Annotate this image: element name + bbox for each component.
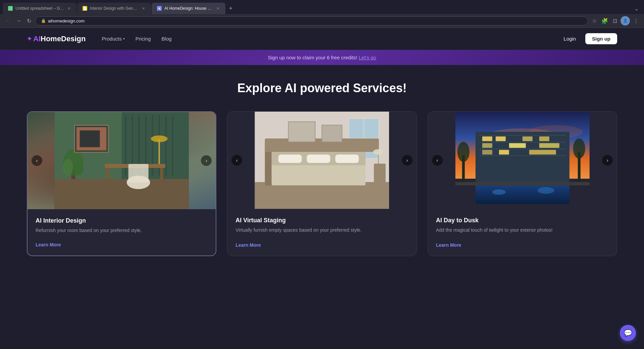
svg-rect-36 (335, 155, 359, 163)
new-tab-button[interactable]: + (226, 4, 235, 13)
card-image-staging: ‹ › (227, 112, 416, 209)
svg-rect-31 (255, 182, 389, 209)
staging-svg (227, 112, 416, 209)
svg-rect-59 (482, 150, 492, 155)
logo-rest: HomeDesign (41, 35, 86, 43)
svg-point-41 (373, 149, 383, 155)
forward-button[interactable]: → (15, 16, 23, 25)
svg-rect-48 (479, 135, 566, 136)
svg-point-18 (151, 135, 168, 142)
svg-rect-61 (529, 150, 556, 155)
browser-tab-3[interactable]: ★ AI HomeDesign: House Desig... × (152, 3, 225, 14)
main-nav: Products ▾ Pricing Blog (102, 36, 558, 42)
svg-point-65 (492, 189, 505, 195)
profile-avatar[interactable]: 👤 (621, 16, 630, 25)
svg-rect-55 (539, 136, 549, 141)
chat-icon: 💬 (624, 329, 632, 337)
header-actions: Login Sign up (558, 33, 617, 44)
tab-title-1: Untitled spreadsheet – Goo... (15, 6, 64, 11)
svg-rect-54 (522, 136, 532, 141)
menu-button[interactable]: ⋮ (632, 16, 640, 25)
products-chevron-icon: ▾ (123, 37, 125, 41)
learn-more-dusk[interactable]: Learn More (436, 242, 609, 248)
card-body-staging: AI Virtual Staging Virtually furnish emp… (227, 209, 416, 256)
interior-next-button[interactable]: › (201, 155, 212, 166)
tab-close-1[interactable]: × (67, 5, 71, 11)
svg-rect-50 (479, 149, 566, 149)
svg-point-70 (573, 138, 585, 159)
tab-overflow-button[interactable]: ⌄ (632, 4, 641, 13)
tab-close-3[interactable]: × (216, 5, 220, 11)
svg-rect-60 (499, 150, 509, 155)
svg-rect-13 (107, 168, 109, 180)
svg-rect-56 (482, 143, 492, 148)
promo-banner: Sign up now to claim your 6 free credits… (0, 50, 644, 65)
svg-rect-43 (322, 125, 342, 142)
svg-rect-14 (160, 168, 163, 180)
interior-prev-button[interactable]: ‹ (32, 155, 42, 166)
card-title-staging: AI Virtual Staging (235, 217, 408, 224)
card-virtual-staging: ‹ › (227, 111, 417, 256)
address-input[interactable]: 🔒 aihomedesign.com (35, 16, 588, 25)
svg-point-66 (537, 187, 554, 194)
staging-prev-button[interactable]: ‹ (231, 155, 242, 166)
card-body-dusk: AI Day to Dusk Add the magical touch of … (428, 209, 617, 256)
svg-rect-25 (80, 130, 100, 147)
browser-actions: ☆ 🧩 ⊡ 👤 ⋮ (591, 16, 640, 25)
tab-favicon-3: ★ (157, 6, 162, 11)
card-body-interior: AI Interior Design Refurnish your room b… (28, 209, 216, 255)
section-title: Explore AI powered Services! (27, 81, 617, 95)
tab-title-2: Interior Design with Generati... (90, 6, 139, 11)
signup-button[interactable]: Sign up (585, 33, 617, 44)
staging-next-button[interactable]: › (402, 155, 413, 166)
svg-rect-40 (378, 154, 379, 164)
svg-rect-9 (165, 115, 167, 176)
learn-more-staging[interactable]: Learn More (235, 242, 408, 248)
card-desc-interior: Refurnish your room based on your prefer… (36, 227, 208, 234)
tab-close-2[interactable]: × (142, 5, 146, 11)
browser-tab-1[interactable]: ▦ Untitled spreadsheet – Goo... × (3, 3, 76, 14)
tab-favicon-1: ▦ (8, 6, 13, 11)
nav-blog[interactable]: Blog (162, 36, 172, 42)
nav-products[interactable]: Products ▾ (102, 36, 124, 42)
dusk-prev-button[interactable]: ‹ (432, 155, 443, 166)
chat-bubble[interactable]: 💬 (620, 325, 636, 341)
svg-rect-34 (278, 155, 302, 163)
svg-rect-11 (55, 179, 189, 209)
extensions-button[interactable]: 🧩 (600, 16, 609, 25)
banner-text: Sign up now to claim your 6 free credits… (268, 55, 357, 60)
browser-chrome: ▦ Untitled spreadsheet – Goo... × 📄 Inte… (0, 0, 644, 28)
logo-text: AIHomeDesign (33, 35, 86, 43)
svg-rect-42 (288, 122, 315, 142)
dusk-next-button[interactable]: › (602, 155, 613, 166)
logo-star-icon: ✦ (27, 35, 32, 43)
svg-rect-51 (479, 155, 566, 156)
reload-button[interactable]: ↻ (25, 16, 33, 25)
site-header: ✦ AIHomeDesign Products ▾ Pricing Blog L… (0, 28, 644, 50)
address-text: aihomedesign.com (48, 18, 582, 23)
card-day-to-dusk: ‹ › (428, 111, 617, 256)
back-button[interactable]: ← (4, 16, 12, 25)
tab-favicon-2: 📄 (83, 6, 87, 11)
svg-rect-10 (172, 115, 173, 176)
svg-rect-39 (374, 164, 386, 184)
login-button[interactable]: Login (558, 33, 581, 44)
bookmark-button[interactable]: ☆ (591, 16, 598, 25)
tab-title-3: AI HomeDesign: House Desig... (164, 6, 213, 11)
main-content: Explore AI powered Services! ‹ › (0, 65, 644, 272)
card-desc-dusk: Add the magical touch of twilight to you… (436, 227, 609, 234)
svg-point-21 (63, 159, 73, 176)
services-grid: ‹ › (27, 111, 617, 256)
browser-tab-2[interactable]: 📄 Interior Design with Generati... × (77, 3, 151, 14)
svg-rect-52 (482, 136, 492, 141)
svg-rect-64 (455, 182, 589, 185)
split-screen-button[interactable]: ⊡ (611, 16, 619, 25)
svg-rect-35 (307, 155, 330, 163)
logo[interactable]: ✦ AIHomeDesign (27, 35, 86, 43)
lock-icon: 🔒 (41, 18, 46, 23)
card-interior-design: ‹ › (27, 111, 216, 256)
nav-pricing[interactable]: Pricing (136, 36, 151, 42)
banner-link[interactable]: Let's go (359, 55, 376, 60)
card-desc-staging: Virtually furnish empty spaces based on … (235, 227, 408, 234)
learn-more-interior[interactable]: Learn More (36, 242, 208, 247)
